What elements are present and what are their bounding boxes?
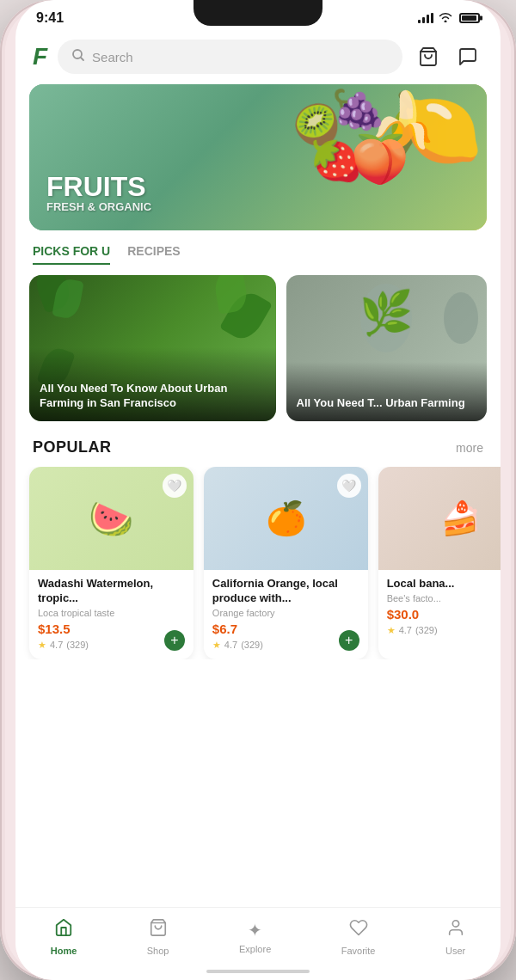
- product-price-1: $13.5: [38, 622, 185, 636]
- explore-icon: ✦: [248, 920, 262, 940]
- article-overlay-2: All You Need T... Urban Farming: [286, 362, 487, 421]
- header-icons: [413, 41, 483, 72]
- nav-favorite-label: Favorite: [341, 946, 376, 956]
- banner-content: FRUITS FRESH & ORGANIC: [29, 84, 487, 230]
- nav-shop-label: Shop: [147, 946, 169, 956]
- watermelon-emoji: 🍉: [89, 498, 133, 540]
- battery-icon: [459, 13, 480, 23]
- nav-home[interactable]: Home: [40, 913, 88, 961]
- nav-user[interactable]: User: [435, 913, 476, 961]
- product-price-3: $30.0: [387, 607, 501, 622]
- home-indicator: [206, 970, 310, 973]
- articles-row: All You Need To Know About Urban Farming…: [15, 275, 501, 421]
- product-card-1[interactable]: 🍉 🤍 Wadashi Watermelon, tropic... Loca t…: [29, 467, 194, 659]
- nav-explore[interactable]: ✦ Explore: [229, 915, 281, 959]
- rating-count-2: (329): [241, 640, 263, 650]
- product-source-3: Bee's facto...: [387, 593, 501, 603]
- popular-more[interactable]: more: [456, 441, 483, 455]
- star-icon-1: ★: [38, 640, 46, 651]
- phone-frame: 9:41: [0, 0, 516, 980]
- article-card-2[interactable]: 🌿 All You Need T... Urban Farming: [286, 275, 487, 421]
- shop-icon: [149, 918, 168, 942]
- cart-button[interactable]: [413, 41, 444, 72]
- add-btn-1[interactable]: +: [164, 630, 185, 651]
- favorite-icon: [349, 918, 368, 942]
- product-rating-1: ★ 4.7 (329): [38, 640, 185, 651]
- status-icons: [418, 11, 480, 25]
- rating-value-2: 4.7: [224, 640, 237, 650]
- product-source-1: Loca tropical taste: [38, 608, 185, 618]
- favorite-btn-1[interactable]: 🤍: [163, 474, 187, 498]
- product-info-2: California Orange, local produce with...…: [204, 570, 368, 659]
- search-icon: [71, 48, 85, 65]
- nav-home-label: Home: [51, 946, 77, 956]
- urban-visual-2: [444, 292, 478, 344]
- popular-title: POPULAR: [33, 438, 112, 456]
- star-icon-3: ★: [387, 625, 396, 636]
- message-button[interactable]: [452, 41, 483, 72]
- popular-header: POPULAR more: [15, 438, 501, 456]
- banner-subtitle: FRESH & ORGANIC: [46, 200, 470, 213]
- star-icon-2: ★: [212, 640, 221, 651]
- article-title-2: All You Need T... Urban Farming: [297, 396, 476, 411]
- hero-banner[interactable]: 🍋 🍌 🍇 🥝 🍑 🍓 FRUITS FRESH & ORGANIC: [29, 84, 487, 230]
- products-row: 🍉 🤍 Wadashi Watermelon, tropic... Loca t…: [15, 467, 501, 659]
- product-rating-3: ★ 4.7 (329): [387, 625, 501, 636]
- product-price-2: $6.7: [212, 622, 359, 636]
- tab-picks[interactable]: PICKS FOR U: [33, 244, 110, 265]
- signal-icon: [418, 13, 433, 23]
- product-info-3: Local bana... Bee's facto... $30.0 ★ 4.7…: [378, 570, 501, 645]
- product-info-1: Wadashi Watermelon, tropic... Loca tropi…: [29, 570, 194, 659]
- home-icon: [54, 918, 73, 942]
- notch: [194, 0, 322, 26]
- svg-point-1: [452, 921, 458, 927]
- tab-recipes[interactable]: RECIPES: [127, 244, 180, 265]
- app-logo: F: [33, 43, 47, 70]
- article-overlay-1: All You Need To Know About Urban Farming…: [29, 347, 276, 421]
- add-btn-2[interactable]: +: [339, 630, 359, 651]
- status-time: 9:41: [36, 10, 64, 26]
- article-title-1: All You Need To Know About Urban Farming…: [40, 382, 266, 411]
- rating-value-1: 4.7: [50, 640, 63, 650]
- tabs-row: PICKS FOR U RECIPES: [15, 244, 501, 265]
- bottom-nav: Home Shop ✦ Explore: [15, 907, 501, 980]
- nav-favorite[interactable]: Favorite: [331, 913, 386, 961]
- product-image-2: 🍊 🤍: [204, 467, 368, 570]
- wifi-icon: [439, 11, 452, 25]
- product-name-2: California Orange, local produce with...: [212, 577, 359, 606]
- banner-title: FRUITS: [46, 173, 470, 200]
- nav-user-label: User: [445, 946, 465, 956]
- article-card-1[interactable]: All You Need To Know About Urban Farming…: [29, 275, 276, 421]
- content-scroll[interactable]: F Search: [15, 33, 501, 940]
- product-source-2: Orange factory: [212, 608, 359, 618]
- product-image-3: 🍰: [378, 467, 501, 570]
- search-bar[interactable]: Search: [58, 40, 402, 74]
- product-name-1: Wadashi Watermelon, tropic...: [38, 577, 185, 606]
- urban-emoji: 🌿: [359, 288, 413, 338]
- orange-emoji: 🍊: [266, 499, 306, 537]
- phone-screen: 9:41: [15, 0, 501, 980]
- header: F Search: [15, 33, 501, 84]
- product-name-3: Local bana...: [387, 577, 501, 591]
- favorite-btn-2[interactable]: 🤍: [337, 474, 361, 498]
- search-placeholder[interactable]: Search: [92, 50, 133, 64]
- product-rating-2: ★ 4.7 (329): [212, 640, 359, 651]
- rating-count-3: (329): [415, 625, 438, 635]
- product-card-2[interactable]: 🍊 🤍 California Orange, local produce wit…: [204, 467, 368, 659]
- product-image-1: 🍉 🤍: [29, 467, 194, 570]
- product-card-3[interactable]: 🍰 Local bana... Bee's facto... $30.0 ★ 4…: [378, 467, 501, 659]
- nav-explore-label: Explore: [239, 944, 271, 954]
- rating-value-3: 4.7: [399, 625, 412, 635]
- rating-count-1: (329): [66, 640, 89, 650]
- user-icon: [446, 918, 465, 942]
- nav-shop[interactable]: Shop: [137, 913, 180, 961]
- local-emoji: 🍰: [440, 499, 481, 537]
